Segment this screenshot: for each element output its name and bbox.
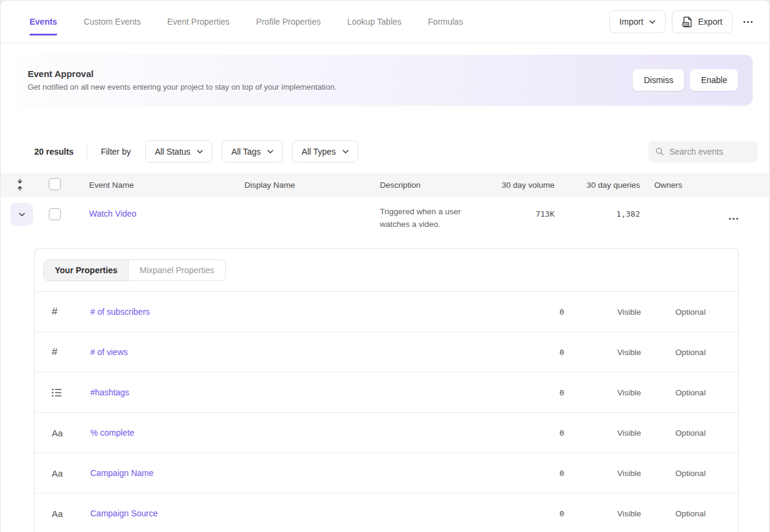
tab-lookup-tables[interactable]: Lookup Tables (347, 17, 402, 26)
property-visibility: Visible (598, 348, 660, 357)
event-name-link[interactable]: Watch Video (79, 197, 137, 218)
property-name-link[interactable]: # of subscribers (73, 307, 421, 317)
status-filter-label: All Status (155, 147, 190, 156)
search-input[interactable] (669, 147, 750, 156)
property-requirement: Optional (660, 428, 721, 438)
results-count: 20 results (34, 147, 73, 156)
number-type-icon: # (35, 306, 73, 318)
nav-tabs: Events Custom Events Event Properties Pr… (29, 17, 463, 26)
property-visibility: Visible (598, 428, 660, 438)
export-button[interactable]: csv Export (672, 10, 733, 33)
table-header: Event Name Display Name Description 30 d… (1, 173, 769, 197)
banner-subtitle: Get notified on all new events entering … (28, 82, 337, 91)
header-volume: 30 day volume (484, 181, 554, 190)
property-count: 0 (421, 428, 598, 438)
properties-panel: Your Properties Mixpanel Properties # # … (34, 248, 739, 532)
row-more-options-button[interactable] (724, 207, 743, 230)
tab-event-properties[interactable]: Event Properties (167, 17, 230, 26)
property-row: # # of subscribers 0 Visible Optional (35, 292, 738, 332)
header-queries: 30 day queries (554, 181, 640, 190)
tab-events[interactable]: Events (29, 17, 57, 26)
import-button[interactable]: Import (609, 10, 666, 33)
property-requirement: Optional (660, 509, 721, 518)
property-row: #hashtags 0 Visible Optional (35, 373, 738, 413)
event-approval-banner: Event Approval Get notified on all new e… (17, 55, 753, 105)
tab-your-properties[interactable]: Your Properties (44, 260, 128, 280)
dismiss-button[interactable]: Dismiss (633, 69, 684, 91)
lexicon-page: Events Custom Events Event Properties Pr… (0, 0, 770, 532)
import-button-label: Import (619, 17, 644, 26)
text-type-icon: Aa (35, 468, 73, 478)
divider (87, 144, 87, 159)
property-requirement: Optional (660, 308, 721, 317)
property-count: 0 (421, 348, 598, 357)
property-requirement: Optional (660, 469, 721, 478)
text-type-icon: Aa (35, 509, 73, 519)
header-display-name: Display Name (234, 181, 370, 190)
event-queries: 1,382 (554, 197, 640, 218)
ellipsis-icon (744, 21, 753, 23)
collapse-row-button[interactable] (10, 203, 33, 226)
table-row: Watch Video Triggered when a user watche… (1, 197, 769, 248)
row-checkbox[interactable] (49, 208, 61, 220)
property-row: Aa Campaign Name 0 Visible Optional (35, 453, 738, 493)
property-requirement: Optional (660, 348, 721, 357)
property-row: # # of views 0 Visible Optional (35, 332, 738, 373)
header-description: Description (370, 181, 484, 190)
property-requirement: Optional (660, 388, 721, 397)
property-name-link[interactable]: Campaign Name (73, 468, 421, 478)
property-row: Aa Campaign Source 0 Visible Optional (35, 493, 738, 532)
banner-text: Event Approval Get notified on all new e… (28, 69, 337, 91)
property-name-link[interactable]: # of views (73, 347, 421, 357)
number-type-icon: # (35, 346, 73, 358)
csv-file-icon: csv (682, 16, 693, 28)
property-visibility: Visible (598, 509, 660, 518)
more-options-button[interactable] (739, 10, 757, 33)
property-count: 0 (421, 469, 598, 478)
property-name-link[interactable]: #hashtags (73, 388, 421, 397)
export-button-label: Export (698, 17, 722, 26)
property-visibility: Visible (598, 388, 660, 397)
types-filter-dropdown[interactable]: All Types (292, 140, 358, 162)
property-visibility: Visible (598, 308, 660, 317)
properties-tab-bar: Your Properties Mixpanel Properties (35, 249, 738, 292)
enable-button[interactable]: Enable (690, 69, 738, 91)
chevron-down-icon (197, 150, 203, 153)
chevron-down-icon (19, 212, 25, 217)
tags-filter-dropdown[interactable]: All Tags (222, 140, 283, 162)
event-volume: 713K (484, 197, 554, 218)
property-count: 0 (421, 388, 598, 397)
property-name-link[interactable]: % complete (73, 428, 421, 438)
svg-text:csv: csv (683, 23, 688, 26)
nav-actions: Import csv Export (609, 10, 757, 33)
property-count: 0 (421, 509, 598, 518)
properties-segmented-control: Your Properties Mixpanel Properties (43, 259, 226, 281)
list-type-icon (35, 388, 73, 397)
header-event-name: Event Name (79, 181, 234, 190)
text-type-icon: Aa (35, 428, 73, 438)
property-visibility: Visible (598, 469, 660, 478)
chevron-down-icon (343, 150, 349, 153)
property-name-link[interactable]: Campaign Source (73, 509, 421, 518)
select-all-checkbox[interactable] (49, 178, 61, 190)
property-count: 0 (421, 308, 598, 317)
tab-mixpanel-properties[interactable]: Mixpanel Properties (128, 260, 225, 280)
search-icon (656, 147, 664, 156)
filter-bar: 20 results Filter by All Status All Tags… (34, 140, 757, 162)
ellipsis-icon (729, 218, 738, 220)
collapse-all-icon[interactable] (16, 179, 23, 191)
tags-filter-label: All Tags (231, 147, 261, 156)
status-filter-dropdown[interactable]: All Status (145, 140, 213, 162)
tab-profile-properties[interactable]: Profile Properties (256, 17, 320, 26)
tab-custom-events[interactable]: Custom Events (84, 17, 141, 26)
types-filter-label: All Types (302, 147, 336, 156)
header-owners: Owners (640, 181, 697, 190)
chevron-down-icon (267, 150, 273, 153)
event-description: Triggered when a user watches a video. (370, 197, 484, 230)
banner-actions: Dismiss Enable (633, 69, 738, 91)
filter-by-label: Filter by (101, 147, 131, 156)
property-row: Aa % complete 0 Visible Optional (35, 413, 738, 453)
top-nav: Events Custom Events Event Properties Pr… (1, 1, 769, 43)
banner-title: Event Approval (28, 69, 337, 79)
tab-formulas[interactable]: Formulas (428, 17, 463, 26)
